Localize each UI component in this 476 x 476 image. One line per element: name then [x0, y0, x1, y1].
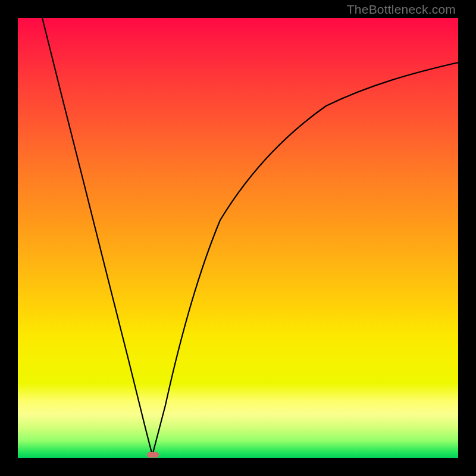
watermark-text: TheBottleneck.com [347, 2, 456, 17]
plot-area [18, 18, 458, 458]
curve-right-branch [152, 62, 458, 455]
bottleneck-curve [18, 18, 458, 458]
curve-left-branch [42, 18, 152, 455]
minimum-marker [147, 452, 159, 458]
chart-frame: TheBottleneck.com [0, 0, 476, 476]
